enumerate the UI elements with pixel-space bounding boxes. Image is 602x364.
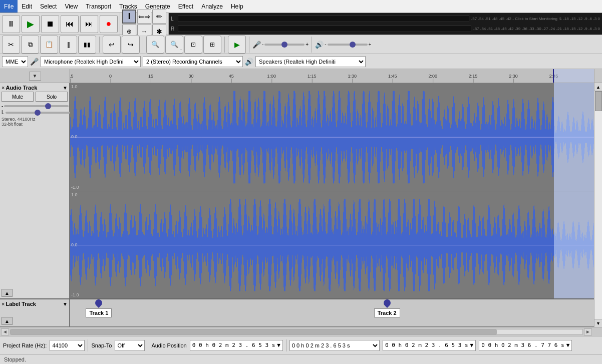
project-rate-label: Project Rate (Hz): (3, 342, 47, 348)
output-device-select[interactable]: Speakers (Realtek High Definiti (255, 56, 366, 67)
stop-button[interactable]: ⏹ (41, 15, 59, 33)
mute-button[interactable]: Mute (2, 92, 34, 102)
snap-to-select[interactable]: Off (115, 340, 145, 351)
label-area[interactable]: Track 1 Track 2 (70, 299, 594, 326)
timeline-skip: ▼ (0, 69, 70, 83)
play-button[interactable]: ▶ (22, 15, 40, 33)
menu-bar: File Edit Select View Transport Tracks G… (0, 0, 602, 13)
menu-effect[interactable]: Effect (174, 0, 197, 13)
audio-position-display[interactable]: 0 0 h 0 2 m 2 3 . 6 5 3 s ▼ (190, 340, 283, 351)
track-volume-slider[interactable] (4, 105, 69, 107)
speaker-volume-slider[interactable] (328, 44, 368, 46)
skip-start-button[interactable]: ⏮ (61, 15, 79, 33)
zoom-fit-button[interactable]: ⊞ (203, 36, 221, 54)
zoom-in-button[interactable]: 🔍 (146, 36, 164, 54)
ruler[interactable] (70, 69, 594, 83)
project-rate-select[interactable]: 44100 (50, 340, 85, 351)
h-scroll-left-button[interactable]: ◄ (1, 328, 9, 335)
v-scroll-thumb[interactable] (595, 91, 602, 111)
pause-button[interactable]: ⏸ (2, 15, 20, 33)
host-select[interactable]: MME (2, 56, 28, 67)
selection-tool-button[interactable]: I (122, 10, 136, 24)
channel-select[interactable]: 2 (Stereo) Recording Channels (143, 56, 243, 67)
meter-L-label: L (171, 16, 176, 22)
track-pan-slider[interactable] (6, 112, 70, 114)
audio-pos-dropdown[interactable]: ▼ (277, 342, 280, 348)
sel-end-dropdown[interactable]: ▼ (566, 342, 570, 348)
v-scroll-placeholder (594, 69, 602, 83)
speaker-icon: 🔊 (315, 41, 324, 49)
sel-end-value: 0 0 h 0 2 m 3 6 . 7 7 6 s (481, 342, 564, 348)
toolbar-sep-3 (224, 37, 225, 53)
waveform-top-canvas (70, 83, 594, 191)
track-collapse-button[interactable]: ▲ (2, 289, 13, 297)
label-track-menu[interactable]: ▼ (63, 301, 68, 307)
mic-volume-slider[interactable] (264, 44, 305, 46)
sel-end-display[interactable]: 0 0 h 0 2 m 3 6 . 7 7 6 s ▼ (479, 340, 572, 351)
zoom-out-button[interactable]: 🔍- (165, 36, 183, 54)
h-scroll-right-button[interactable]: ► (584, 328, 592, 335)
envelope-tool-button[interactable]: ⇐⇒ (137, 10, 151, 24)
h-scrollbar-track[interactable] (10, 329, 583, 335)
meter-area: L -57 -54 -51 -48 -45 -42 - Click to Sta… (169, 13, 602, 35)
zoom-sel-button[interactable]: ⊡ (184, 36, 202, 54)
meter-L-bar[interactable] (178, 16, 469, 22)
menu-select[interactable]: Select (36, 0, 61, 13)
menu-transport[interactable]: Transport (82, 0, 115, 13)
audio-track-title: Audio Track (6, 85, 62, 91)
sel-start-dropdown[interactable]: ▼ (470, 342, 474, 348)
toolbar-sep-1 (99, 37, 100, 53)
sel-start-display[interactable]: 0 0 h 0 2 m 2 3 . 6 5 3 s ▼ (383, 340, 476, 351)
label-track-close[interactable]: × (2, 301, 5, 307)
skip-end-button[interactable]: ⏭ (80, 15, 98, 33)
label-track-controls: × Label Track ▼ ▲ (0, 299, 70, 326)
audio-track-menu[interactable]: ▼ (63, 85, 68, 91)
ruler-selection (554, 69, 594, 83)
menu-file[interactable]: File (0, 0, 18, 13)
label-track-collapse-button[interactable]: ▲ (2, 317, 13, 325)
pan-L-label: L (2, 110, 5, 115)
solo-button[interactable]: Solo (36, 92, 68, 102)
v-scroll-down-button[interactable]: ▼ (594, 319, 602, 327)
label-1-pin[interactable] (94, 299, 104, 308)
skip-left-button[interactable]: ▼ (29, 72, 41, 81)
menu-view[interactable]: View (61, 0, 82, 13)
label-2[interactable]: Track 2 (374, 299, 400, 317)
sel-mode-select[interactable]: 0 0 h 0 2 m 2 3 . 6 5 3 s (289, 340, 380, 351)
label-1[interactable]: Track 1 (86, 299, 112, 317)
tracks-list: × Audio Track ▼ Mute Solo - + L (0, 83, 594, 327)
waveform-bottom-canvas (70, 191, 594, 299)
undo-button[interactable]: ↩ (103, 36, 121, 54)
v-scroll-track[interactable] (594, 91, 602, 319)
selection-overlay-bottom (554, 191, 594, 299)
label-2-pin[interactable] (382, 299, 392, 308)
label-2-box[interactable]: Track 2 (374, 308, 400, 317)
cut-button[interactable]: ✂ (2, 36, 20, 54)
draw-tool-button[interactable]: ✏ (152, 10, 166, 24)
trim-button[interactable]: ||| (59, 36, 77, 54)
meter-R-bar[interactable] (178, 26, 471, 32)
paste-button[interactable]: 📋 (40, 36, 58, 54)
copy-button[interactable]: ⧉ (21, 36, 39, 54)
menu-help[interactable]: Help (227, 0, 247, 13)
silence-button[interactable]: ▮▮ (78, 36, 96, 54)
h-scroll-thumb[interactable] (11, 329, 497, 334)
play-green-button[interactable]: ▶ (228, 36, 246, 54)
v-scroll-up-button[interactable]: ▲ (594, 83, 602, 91)
record-button[interactable]: ● (100, 15, 118, 33)
audio-track-close[interactable]: × (2, 85, 5, 91)
device-mic-icon: 🎤 (30, 58, 39, 66)
mic-icon: 🎤 (252, 41, 261, 49)
redo-button[interactable]: ↪ (122, 36, 140, 54)
timeline-area: ▼ (0, 69, 602, 83)
label-track-title: Label Track (6, 301, 62, 307)
meter-R-label: R (171, 26, 176, 32)
toolbar-sep-5 (312, 37, 312, 53)
label-1-box[interactable]: Track 1 (86, 308, 112, 317)
menu-edit[interactable]: Edit (18, 0, 36, 13)
v-scrollbar[interactable]: ▲ ▼ (594, 83, 602, 327)
input-device-select[interactable]: Microphone (Realtek High Defini (41, 56, 141, 67)
menu-analyze[interactable]: Analyze (197, 0, 227, 13)
sel-start-value: 0 0 h 0 2 m 2 3 . 6 5 3 s (385, 342, 468, 348)
waveform-display[interactable]: 1.0 0.0 -1.0 1.0 0.0 -1.0 (70, 83, 594, 298)
